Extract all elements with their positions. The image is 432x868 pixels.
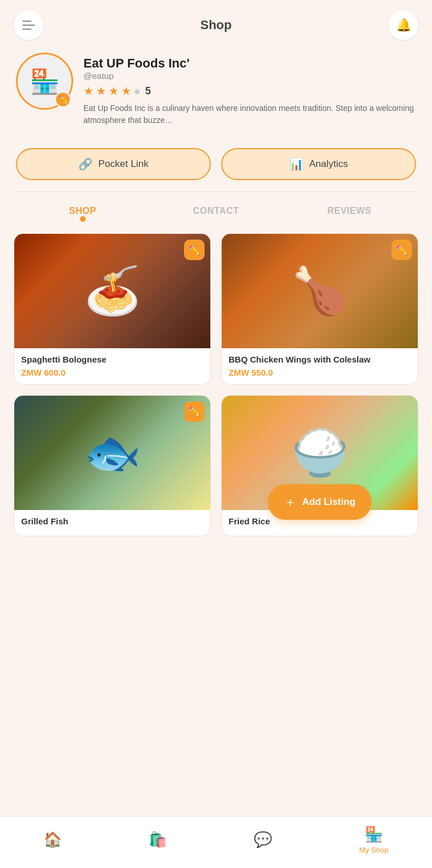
- pocket-link-icon: 🔗: [78, 157, 93, 171]
- product-card-3[interactable]: ✏️ Grilled Fish: [14, 395, 211, 537]
- star-2: ★: [96, 84, 106, 98]
- section-divider: [14, 192, 418, 192]
- add-listing-overlay: ＋ Add Listing: [222, 396, 418, 536]
- product-info-2: BBQ Chicken Wings with Coleslaw ZMW 550.…: [222, 348, 418, 384]
- product-info-3: Grilled Fish: [14, 510, 210, 536]
- nav-item-my-shop[interactable]: 🏪 My Shop: [359, 826, 389, 854]
- edit-product-3-button[interactable]: ✏️: [184, 401, 205, 422]
- star-4: ★: [121, 84, 131, 98]
- tab-reviews[interactable]: REVIEWS: [283, 197, 416, 222]
- add-listing-label: Add Listing: [302, 496, 355, 508]
- profile-section: 🏪 ✏️ Eat UP Foods Inc' @eatup ★ ★ ★ ★ ● …: [0, 47, 432, 138]
- my-shop-icon: 🏪: [365, 826, 383, 843]
- hamburger-icon: [22, 21, 35, 30]
- avatar-wrap: 🏪 ✏️: [16, 53, 73, 110]
- analytics-icon: 📊: [289, 157, 303, 171]
- shop-description: Eat Up Foods Inc is a culinary haven whe…: [83, 102, 416, 126]
- nav-item-messages[interactable]: 💬: [254, 831, 272, 849]
- tab-shop[interactable]: SHOP: [16, 197, 149, 222]
- product-image-1: [14, 234, 210, 348]
- analytics-label: Analytics: [309, 158, 348, 170]
- nav-item-shop-bag[interactable]: 🛍️: [149, 831, 167, 849]
- profile-info: Eat UP Foods Inc' @eatup ★ ★ ★ ★ ● 5 Eat…: [83, 53, 416, 126]
- action-buttons: 🔗 Pocket Link 📊 Analytics: [0, 138, 432, 192]
- nav-item-home[interactable]: 🏠: [43, 831, 62, 849]
- shop-name: Eat UP Foods Inc': [83, 56, 416, 71]
- my-shop-label: My Shop: [359, 846, 389, 854]
- product-name-2: BBQ Chicken Wings with Coleslaw: [229, 354, 411, 365]
- add-listing-button[interactable]: ＋ Add Listing: [268, 484, 371, 520]
- star-5-empty: ●: [134, 85, 141, 98]
- product-price-1: ZMW 600.0: [21, 368, 203, 377]
- edit-product-2-button[interactable]: ✏️: [391, 240, 412, 260]
- product-card-4[interactable]: Fried Rice ＋ Add Listing: [221, 395, 418, 537]
- profile-top: 🏪 ✏️ Eat UP Foods Inc' @eatup ★ ★ ★ ★ ● …: [16, 53, 416, 126]
- product-image-2: [222, 234, 418, 348]
- bag-icon: 🛍️: [149, 831, 167, 849]
- star-1: ★: [83, 84, 94, 98]
- pocket-link-label: Pocket Link: [98, 158, 149, 170]
- chat-icon: 💬: [254, 831, 272, 849]
- product-card-1[interactable]: ✏️ Spaghetti Bolognese ZMW 600.0: [14, 233, 211, 385]
- edit-product-1-button[interactable]: ✏️: [184, 240, 205, 260]
- tabs-nav: SHOP CONTACT REVIEWS: [0, 197, 432, 222]
- bell-icon: 🔔: [396, 18, 411, 33]
- products-grid: ✏️ Spaghetti Bolognese ZMW 600.0 ✏️ BBQ …: [0, 222, 432, 605]
- product-info-1: Spaghetti Bolognese ZMW 600.0: [14, 348, 210, 384]
- notification-button[interactable]: 🔔: [389, 10, 418, 40]
- product-name-1: Spaghetti Bolognese: [21, 354, 203, 365]
- pocket-link-button[interactable]: 🔗 Pocket Link: [16, 148, 211, 180]
- star-3: ★: [109, 84, 119, 98]
- analytics-button[interactable]: 📊 Analytics: [221, 148, 416, 180]
- shop-handle: @eatup: [83, 71, 416, 81]
- product-name-3: Grilled Fish: [21, 516, 203, 527]
- product-price-2: ZMW 550.0: [229, 368, 411, 377]
- page-title: Shop: [201, 18, 232, 33]
- product-image-3: [14, 396, 210, 510]
- tab-contact[interactable]: CONTACT: [149, 197, 282, 222]
- menu-button[interactable]: [14, 10, 43, 40]
- product-card-2[interactable]: ✏️ BBQ Chicken Wings with Coleslaw ZMW 5…: [221, 233, 418, 385]
- shop-icon: 🏪: [30, 67, 59, 95]
- bottom-nav: 🏠 🛍️ 💬 🏪 My Shop: [0, 817, 432, 868]
- edit-avatar-button[interactable]: ✏️: [55, 91, 71, 107]
- header: Shop 🔔: [0, 0, 432, 47]
- plus-icon: ＋: [284, 493, 297, 511]
- rating-score: 5: [145, 85, 151, 97]
- rating-stars: ★ ★ ★ ★ ● 5: [83, 84, 416, 98]
- home-icon: 🏠: [43, 831, 62, 849]
